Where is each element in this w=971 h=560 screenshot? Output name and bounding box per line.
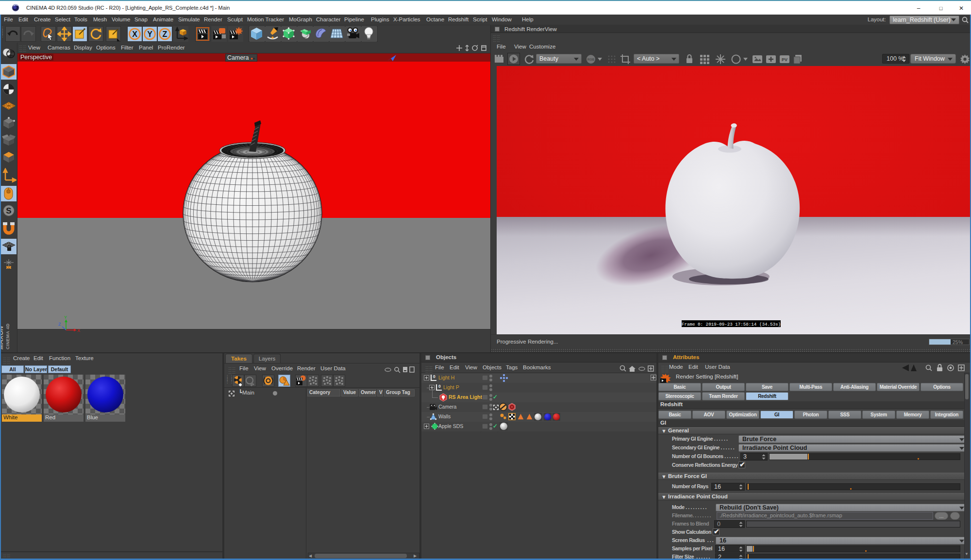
svg-text:Y: Y <box>147 30 152 38</box>
svg-text:RGB: RGB <box>587 58 595 61</box>
svg-text:Frame 0: 2019-09-23 17:58:14 (: Frame 0: 2019-09-23 17:58:14 (34.53s) <box>682 322 781 327</box>
svg-text:X: X <box>77 328 80 333</box>
svg-text:Z: Z <box>163 30 167 38</box>
svg-text:0: 0 <box>438 384 441 389</box>
svg-text:Y: Y <box>64 315 67 320</box>
svg-text:0: 0 <box>433 374 435 379</box>
svg-text:X: X <box>132 30 137 38</box>
svg-text:S: S <box>6 206 11 215</box>
svg-text:Z: Z <box>58 322 61 327</box>
svg-text:PV: PV <box>782 57 787 62</box>
